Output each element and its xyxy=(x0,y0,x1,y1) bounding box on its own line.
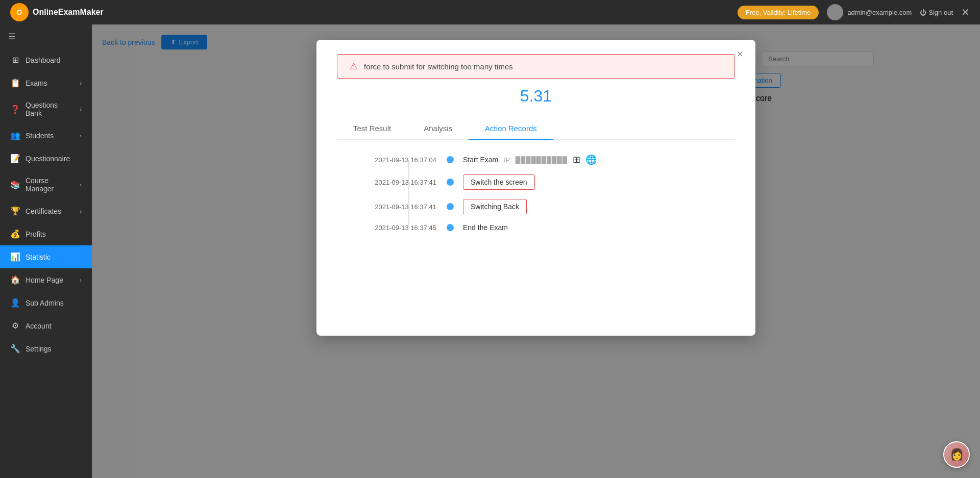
alert-message: force to submit for switching too many t… xyxy=(364,62,513,71)
questions-bank-icon: ❓ xyxy=(10,105,20,114)
timeline-dot xyxy=(447,203,454,210)
timeline-item: 2021-09-13 16:37:45 End the Exam xyxy=(357,223,715,232)
sidebar-item-settings[interactable]: 🔧 Settings xyxy=(0,337,92,360)
sidebar-item-home-page[interactable]: 🏠 Home Page › xyxy=(0,268,92,291)
windows-icon: ⊞ xyxy=(573,154,580,165)
certificates-icon: 🏆 xyxy=(10,206,20,216)
sidebar-item-exams[interactable]: 📋 Exams › xyxy=(0,71,92,94)
user-avatar xyxy=(827,4,843,20)
bottom-avatar[interactable]: 👩 xyxy=(943,441,970,468)
timeline-dot xyxy=(447,179,454,186)
sidebar-item-label: Questions Bank xyxy=(26,101,75,117)
timeline-time: 2021-09-13 16:37:41 xyxy=(357,179,447,186)
course-manager-icon: 📚 xyxy=(10,180,20,190)
tab-action-records[interactable]: Action Records xyxy=(469,118,553,140)
sidebar-item-certificates[interactable]: 🏆 Certificates › xyxy=(0,199,92,222)
navbar-right: Free, Validity: Lifetime admin@example.c… xyxy=(738,4,970,20)
sidebar-item-label: Dashboard xyxy=(26,56,61,64)
modal-tabs: Test ResultAnalysisAction Records xyxy=(337,118,735,140)
sidebar-item-statistic[interactable]: 📊 Statistic xyxy=(0,245,92,268)
sidebar-item-questionnaire[interactable]: 📝 Questionnaire xyxy=(0,147,92,170)
sidebar-item-dashboard[interactable]: ⊞ Dashboard xyxy=(0,48,92,71)
sidebar: ☰ ⊞ Dashboard 📋 Exams ›❓ Questions Bank … xyxy=(0,24,92,478)
settings-icon: 🔧 xyxy=(10,344,20,354)
chevron-icon: › xyxy=(80,208,82,214)
home-page-icon: 🏠 xyxy=(10,275,20,285)
sidebar-item-course-manager[interactable]: 📚 Course Manager › xyxy=(0,170,92,199)
timeline-action: Switch the screen xyxy=(471,178,527,186)
sidebar-item-label: Course Manager xyxy=(26,177,75,193)
timeline-highlight: Switching Back xyxy=(463,199,527,214)
sidebar-item-label: Settings xyxy=(26,345,52,353)
ip-display: IP: ██████████ xyxy=(503,156,568,164)
timeline-content: Switch the screen xyxy=(454,174,535,190)
brand-name: OnlineExamMaker xyxy=(33,8,104,17)
timeline-dot xyxy=(447,156,454,163)
sidebar-item-label: Sub Admins xyxy=(26,299,64,307)
brand: O OnlineExamMaker xyxy=(10,3,104,21)
sidebar-item-label: Certificates xyxy=(26,207,61,215)
sidebar-item-profits[interactable]: 💰 Profits xyxy=(0,222,92,245)
alert-icon: ⚠ xyxy=(350,61,358,72)
sidebar-item-label: Questionnaire xyxy=(26,155,70,163)
students-icon: 👥 xyxy=(10,131,20,140)
modal-close-button[interactable]: × xyxy=(733,47,747,61)
sidebar-item-label: Students xyxy=(26,132,54,140)
navbar: O OnlineExamMaker Free, Validity: Lifeti… xyxy=(0,0,980,24)
plan-badge[interactable]: Free, Validity: Lifetime xyxy=(738,6,819,19)
sidebar-item-label: Home Page xyxy=(26,276,63,284)
tab-analysis[interactable]: Analysis xyxy=(407,118,469,140)
user-name: admin@example.com xyxy=(847,9,912,16)
timeline-time: 2021-09-13 16:37:41 xyxy=(357,203,447,211)
browser-icon: 🌐 xyxy=(585,154,597,165)
account-icon: ⚙ xyxy=(10,321,20,331)
timeline-action: End the Exam xyxy=(463,223,508,232)
timeline-time: 2021-09-13 16:37:04 xyxy=(357,156,447,164)
chevron-icon: › xyxy=(80,80,82,86)
score-display: 5.31 xyxy=(316,87,755,106)
statistic-icon: 📊 xyxy=(10,252,20,262)
timeline-item: 2021-09-13 16:37:04 Start Exam IP: █████… xyxy=(357,154,715,165)
dashboard-icon: ⊞ xyxy=(10,55,20,65)
sidebar-item-label: Exams xyxy=(26,79,47,87)
sidebar-item-questions-bank[interactable]: ❓ Questions Bank › xyxy=(0,94,92,124)
close-top-right-icon[interactable]: ✕ xyxy=(961,6,970,18)
chevron-icon: › xyxy=(80,106,82,112)
timeline-dot xyxy=(447,224,454,231)
alert-banner: ⚠ force to submit for switching too many… xyxy=(337,54,735,79)
brand-logo: O xyxy=(10,3,29,21)
timeline-content: End the Exam xyxy=(454,223,508,232)
timeline: 2021-09-13 16:37:04 Start Exam IP: █████… xyxy=(357,154,715,232)
modal: × ⚠ force to submit for switching too ma… xyxy=(316,40,755,336)
user-area: admin@example.com xyxy=(827,4,912,20)
sidebar-item-label: Profits xyxy=(26,230,46,238)
timeline-action: Switching Back xyxy=(471,203,519,211)
sidebar-item-sub-admins[interactable]: 👤 Sub Admins xyxy=(0,291,92,314)
exams-icon: 📋 xyxy=(10,78,20,88)
timeline-content: Switching Back xyxy=(454,199,527,214)
timeline-line xyxy=(408,160,409,225)
modal-overlay: × ⚠ force to submit for switching too ma… xyxy=(92,24,980,478)
timeline-item: 2021-09-13 16:37:41 Switch the screen xyxy=(357,174,715,190)
sidebar-toggle[interactable]: ☰ xyxy=(0,24,92,48)
sub-admins-icon: 👤 xyxy=(10,298,20,308)
timeline-action: Start Exam xyxy=(463,156,498,164)
sign-out-button[interactable]: ⏻ Sign out xyxy=(920,9,953,16)
profits-icon: 💰 xyxy=(10,229,20,239)
tab-test-result[interactable]: Test Result xyxy=(337,118,407,140)
timeline-item: 2021-09-13 16:37:41 Switching Back xyxy=(357,199,715,214)
questionnaire-icon: 📝 xyxy=(10,154,20,163)
timeline-highlight: Switch the screen xyxy=(463,174,535,190)
sidebar-item-account[interactable]: ⚙ Account xyxy=(0,314,92,337)
chevron-icon: › xyxy=(80,277,82,283)
timeline-content: Start Exam IP: ██████████ ⊞ 🌐 xyxy=(454,154,597,165)
avatar-image: 👩 xyxy=(944,442,969,467)
sidebar-item-students[interactable]: 👥 Students › xyxy=(0,124,92,147)
sidebar-item-label: Statistic xyxy=(26,253,51,261)
sidebar-item-label: Account xyxy=(26,322,52,330)
timeline-time: 2021-09-13 16:37:45 xyxy=(357,224,447,232)
chevron-icon: › xyxy=(80,182,82,188)
chevron-icon: › xyxy=(80,133,82,139)
